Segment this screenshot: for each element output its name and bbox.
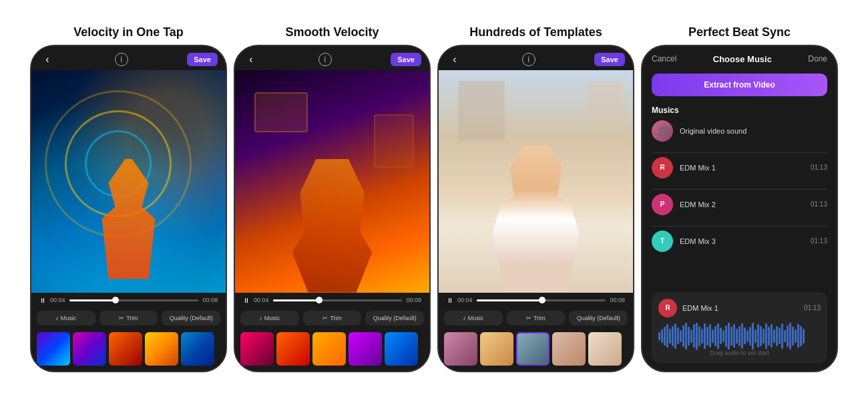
trim-icon-2: ✂ <box>322 315 328 321</box>
divider-2 <box>652 189 827 190</box>
divider-1 <box>652 152 827 153</box>
thumb-2-5[interactable] <box>385 332 418 366</box>
music-item-edm3[interactable]: T EDM Mix 3 01:13 <box>652 231 827 252</box>
choose-music-title: Choose Music <box>713 54 772 64</box>
video-area-3 <box>439 70 633 293</box>
done-button-4[interactable]: Done <box>808 54 827 63</box>
progress-track-3[interactable] <box>477 299 606 301</box>
thumb-3-1[interactable] <box>444 332 477 366</box>
phone-2: ‹ i Save ⏸ 00:04 0 <box>234 45 431 372</box>
playback-bar-1: ⏸ 00:04 00:08 <box>31 293 226 307</box>
music-button-2[interactable]: ♪ Music <box>240 311 299 325</box>
pause-icon-2[interactable]: ⏸ <box>243 297 250 304</box>
time-start-1: 00:04 <box>50 297 65 303</box>
playback-bar-3: ⏸ 00:04 00:08 <box>439 293 633 307</box>
trim-button-2[interactable]: ✂ Trim <box>303 311 362 325</box>
music-button-3[interactable]: ♪ Music <box>444 311 503 325</box>
music-item-edm2[interactable]: P EDM Mix 2 01:13 <box>652 194 827 215</box>
music-name-original: Original video sound <box>680 127 827 135</box>
cancel-button-4[interactable]: Cancel <box>652 54 676 63</box>
thumb-1-4[interactable] <box>145 332 178 366</box>
phone-3: ‹ i Save ⏸ 00:04 0 <box>437 45 634 372</box>
trim-icon-3: ✂ <box>526 315 531 321</box>
save-button-3[interactable]: Save <box>594 53 625 66</box>
thumbnail-strip-2 <box>235 329 429 371</box>
person-silhouette-3 <box>493 146 580 293</box>
thumb-2-2[interactable] <box>276 332 310 366</box>
back-button-2[interactable]: ‹ <box>243 51 259 68</box>
trim-button-3[interactable]: ✂ Trim <box>507 311 566 325</box>
trim-label-2: Trim <box>330 315 342 321</box>
quality-button-1[interactable]: Quality (Default) <box>162 311 220 325</box>
music-icon-3: ♪ <box>463 315 466 321</box>
extract-from-video-button[interactable]: Extract from Video <box>652 74 827 96</box>
music-duration-edm1: 01:13 <box>811 164 827 171</box>
panel3-title: Hundreds of Templates <box>469 25 602 39</box>
music-label-1: Music <box>61 315 77 321</box>
info-button-2[interactable]: i <box>318 53 332 66</box>
progress-handle-2[interactable] <box>316 297 322 303</box>
thumb-2-3[interactable] <box>312 332 346 366</box>
video-area-1 <box>31 70 226 293</box>
save-button-2[interactable]: Save <box>391 53 421 66</box>
progress-track-2[interactable] <box>273 299 403 301</box>
music-name-edm2: EDM Mix 2 <box>680 201 804 209</box>
panel4-title: Perfect Beat Sync <box>688 25 791 39</box>
player-row: R EDM Mix 1 01:13 <box>658 299 821 317</box>
music-button-1[interactable]: ♪ Music <box>37 311 95 325</box>
thumb-1-5[interactable] <box>181 332 214 366</box>
thumbnail-strip-1 <box>31 329 226 371</box>
music-duration-edm3: 01:13 <box>811 237 827 245</box>
thumb-3-3[interactable] <box>516 332 550 366</box>
thumb-1-3[interactable] <box>109 332 142 366</box>
trim-button-1[interactable]: ✂ Trim <box>99 311 158 325</box>
thumb-2-4[interactable] <box>349 332 382 366</box>
musics-section-label: Musics <box>652 106 827 115</box>
quality-label-2: Quality (Default) <box>373 315 417 321</box>
music-label-2: Music <box>264 315 280 321</box>
thumb-3-4[interactable] <box>552 332 586 366</box>
music-item-edm1[interactable]: R EDM Mix 1 01:13 <box>652 157 827 178</box>
music-item-original[interactable]: 🎵 Original video sound <box>652 120 827 142</box>
time-start-3: 00:04 <box>457 297 473 303</box>
music-player-bottom: R EDM Mix 1 01:13 Drag audio to set star… <box>652 292 827 363</box>
trim-label-3: Trim <box>533 315 546 321</box>
thumb-3-5[interactable] <box>588 332 622 366</box>
progress-handle-3[interactable] <box>539 297 546 303</box>
save-button-1[interactable]: Save <box>187 53 218 66</box>
trim-icon-1: ✂ <box>119 315 124 321</box>
divider-3 <box>652 226 827 227</box>
pause-icon-3[interactable]: ⏸ <box>447 297 453 304</box>
music-name-edm3: EDM Mix 3 <box>680 237 804 245</box>
progress-track-1[interactable] <box>69 299 199 301</box>
bg-element-3b <box>586 81 623 128</box>
thumb-3-2[interactable] <box>480 332 513 366</box>
playback-row-2: ⏸ 00:04 00:08 <box>243 297 421 304</box>
info-button-3[interactable]: i <box>522 53 535 66</box>
pause-icon-1[interactable]: ⏸ <box>39 297 46 304</box>
thumb-2-1[interactable] <box>240 332 274 366</box>
quality-button-2[interactable]: Quality (Default) <box>365 311 424 325</box>
panel-smooth-velocity: Smooth Velocity ‹ i Save ⏸ 00:04 <box>234 25 431 372</box>
info-button-1[interactable]: i <box>115 53 128 66</box>
waveform[interactable] <box>658 323 821 350</box>
music-duration-edm2: 01:13 <box>811 201 827 208</box>
quality-button-3[interactable]: Quality (Default) <box>569 311 628 325</box>
back-button-3[interactable]: ‹ <box>447 51 463 68</box>
playback-row-1: ⏸ 00:04 00:08 <box>39 297 218 304</box>
music-chooser-header: Cancel Choose Music Done <box>652 54 827 64</box>
playback-bar-2: ⏸ 00:04 00:08 <box>235 293 429 307</box>
phone3-topbar: ‹ i Save <box>439 46 633 70</box>
quality-label-1: Quality (Default) <box>170 315 213 321</box>
thumb-1-2[interactable] <box>73 332 106 366</box>
player-name: EDM Mix 1 <box>682 304 799 312</box>
time-end-1: 00:08 <box>202 297 218 303</box>
progress-handle-1[interactable] <box>112 297 119 303</box>
trim-label-1: Trim <box>126 315 138 321</box>
panel2-title: Smooth Velocity <box>285 25 379 39</box>
time-start-2: 00:04 <box>254 297 269 303</box>
time-end-3: 00:08 <box>610 297 625 303</box>
thumb-1-1[interactable] <box>37 332 70 366</box>
music-icon-1: ♪ <box>55 315 59 321</box>
back-button-1[interactable]: ‹ <box>39 51 55 68</box>
